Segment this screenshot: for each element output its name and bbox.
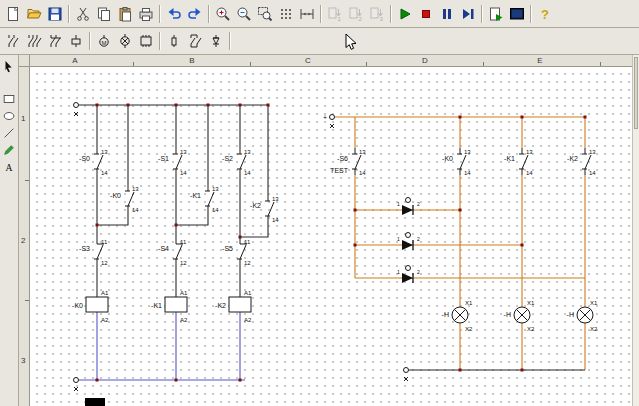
zoom-in-button[interactable] xyxy=(212,3,233,24)
simulate-step-button[interactable] xyxy=(457,3,478,24)
palette-plc[interactable] xyxy=(135,31,156,52)
help-button[interactable]: ? xyxy=(534,3,555,24)
ellipse-tool[interactable] xyxy=(1,108,17,124)
svg-text:11: 11 xyxy=(180,239,187,245)
simulate-play-button[interactable] xyxy=(394,3,415,24)
coil--K0[interactable]: A1A2-K0 xyxy=(72,290,109,323)
palette-coils[interactable] xyxy=(65,31,86,52)
contact--S3[interactable]: 1112-S3 xyxy=(79,238,108,266)
zoom-out-button[interactable] xyxy=(233,3,254,24)
contact--S2[interactable]: 1314-S2 xyxy=(222,148,251,176)
simulate-stop-icon xyxy=(418,6,434,22)
svg-text:13: 13 xyxy=(101,149,108,155)
dark-screen-button[interactable] xyxy=(506,3,527,24)
junction-dot xyxy=(175,379,178,382)
junction-dot xyxy=(584,116,587,119)
contact--K1[interactable]: 1314-K1 xyxy=(504,148,533,176)
vertical-scrollbar[interactable] xyxy=(632,55,639,406)
toolbar-separator xyxy=(159,5,160,23)
contact--K0[interactable]: 1314-K0 xyxy=(442,148,471,176)
simulate-play-icon xyxy=(397,6,413,22)
palette-contacts-no-icon xyxy=(5,33,21,49)
terminal[interactable] xyxy=(74,103,79,117)
sim-option-1-button[interactable]: 1 xyxy=(324,3,345,24)
lamp--H[interactable]: X1X2-H xyxy=(567,300,598,332)
contact--S0[interactable]: 1314-S0 xyxy=(79,148,108,176)
svg-text:14: 14 xyxy=(180,170,187,176)
cut-button[interactable] xyxy=(72,3,93,24)
palette-lamps[interactable] xyxy=(114,31,135,52)
palette-resistors[interactable] xyxy=(163,31,184,52)
palette-motors[interactable]: M xyxy=(93,31,114,52)
measure-button[interactable] xyxy=(296,3,317,24)
contact--S5[interactable]: 1112-S5 xyxy=(222,238,251,266)
dark-screen-icon xyxy=(509,6,525,22)
simulate-pause-button[interactable] xyxy=(436,3,457,24)
palette-parallel-contacts[interactable] xyxy=(184,31,205,52)
svg-text:X2: X2 xyxy=(465,326,473,332)
coil--K2[interactable]: A1A2-K2 xyxy=(215,290,252,323)
symbol-palette-toolbar: M xyxy=(0,28,639,55)
svg-text:13: 13 xyxy=(132,186,139,192)
wire[interactable] xyxy=(240,222,268,237)
junction-dot xyxy=(175,224,178,227)
line-tool[interactable] xyxy=(1,125,17,141)
lamp--H[interactable]: X1X2-H xyxy=(504,300,535,332)
palette-contacts-nc[interactable] xyxy=(44,31,65,52)
save-button[interactable] xyxy=(44,3,65,24)
wire[interactable] xyxy=(176,212,208,225)
copy-button[interactable] xyxy=(93,3,114,24)
svg-text:14: 14 xyxy=(212,207,219,213)
diode[interactable]: 12 xyxy=(397,198,420,216)
palette-diodes[interactable] xyxy=(205,31,226,52)
svg-text:?: ? xyxy=(541,7,549,22)
terminal[interactable] xyxy=(74,378,79,392)
sim-option-3-button[interactable]: 3 xyxy=(366,3,387,24)
contact--S4[interactable]: 1112-S4 xyxy=(158,238,187,266)
palette-plc-icon xyxy=(138,33,154,49)
schematic-canvas[interactable]: 1314-S01314-S11314-S21314-K01314-K11314-… xyxy=(30,67,632,406)
wire[interactable] xyxy=(97,212,128,225)
palette-contacts-multi[interactable] xyxy=(23,31,44,52)
svg-text:A2: A2 xyxy=(244,317,252,323)
sim-option-2-button[interactable]: 2 xyxy=(345,3,366,24)
contact--K1[interactable]: 1314-K1 xyxy=(190,185,219,213)
palette-contacts-no[interactable] xyxy=(2,31,23,52)
line-tool-icon xyxy=(2,126,16,140)
contact--K2[interactable]: 1314-K2 xyxy=(567,148,596,176)
junction-dot xyxy=(207,104,210,107)
sim-option-3-icon: 3 xyxy=(369,6,385,22)
contact--K2[interactable]: 1314-K2 xyxy=(250,195,279,223)
contact--S6[interactable]: 1314-S6TEST xyxy=(330,148,366,176)
palette-lamps-icon xyxy=(117,33,133,49)
terminal[interactable]: + xyxy=(323,114,335,128)
print-button[interactable] xyxy=(135,3,156,24)
rectangle-tool[interactable] xyxy=(1,91,17,107)
run-document-button[interactable] xyxy=(485,3,506,24)
simulate-stop-button[interactable] xyxy=(415,3,436,24)
terminal[interactable] xyxy=(404,368,409,382)
pencil-tool[interactable] xyxy=(1,142,17,158)
horizontal-ruler: ABCDE xyxy=(30,55,632,67)
paste-button[interactable] xyxy=(114,3,135,24)
palette-contacts-multi-icon xyxy=(26,33,42,49)
diode[interactable]: 12 xyxy=(397,233,420,251)
pointer-tool[interactable] xyxy=(1,59,17,75)
coil--K1[interactable]: A1A2-K1 xyxy=(151,290,188,323)
redo-button[interactable] xyxy=(184,3,205,24)
diode[interactable]: 12 xyxy=(397,266,420,284)
ruler-tick xyxy=(25,300,29,301)
contact--S1[interactable]: 1314-S1 xyxy=(158,148,187,176)
new-button[interactable] xyxy=(2,3,23,24)
text-tool[interactable]: A xyxy=(1,159,17,175)
open-button[interactable] xyxy=(23,3,44,24)
svg-text:2: 2 xyxy=(417,269,420,275)
lamp--H[interactable]: X1X2-H xyxy=(442,300,473,332)
grid-button[interactable] xyxy=(275,3,296,24)
zoom-area-button[interactable] xyxy=(254,3,275,24)
svg-text:3: 3 xyxy=(379,15,383,21)
undo-button[interactable] xyxy=(163,3,184,24)
scrollbar-thumb[interactable] xyxy=(634,57,638,129)
contact--K0[interactable]: 1314-K0 xyxy=(110,185,139,213)
junction-dot xyxy=(459,209,462,212)
